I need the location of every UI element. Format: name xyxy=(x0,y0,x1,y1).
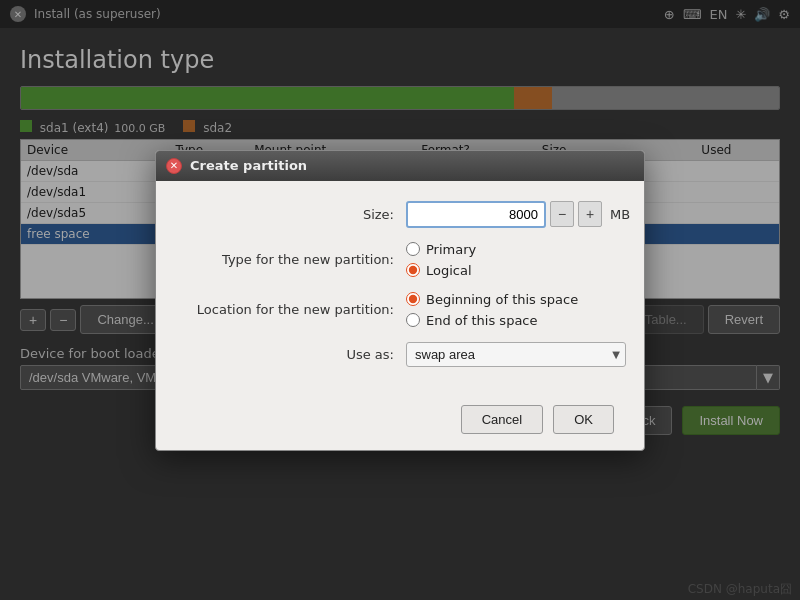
size-label: Size: xyxy=(186,207,406,222)
modal-titlebar: ✕ Create partition xyxy=(156,151,644,181)
type-radio-group: Primary Logical xyxy=(406,242,476,278)
type-label: Type for the new partition: xyxy=(186,252,406,267)
useas-row: Use as: swap areaext4ext3ext2btrfsxfsfat… xyxy=(186,342,614,367)
modal-title: Create partition xyxy=(190,158,307,173)
location-row: Location for the new partition: Beginnin… xyxy=(186,292,614,328)
ok-button[interactable]: OK xyxy=(553,405,614,434)
modal-footer: Cancel OK xyxy=(156,397,644,450)
location-beginning-radio[interactable] xyxy=(406,292,420,306)
size-input[interactable] xyxy=(406,201,546,228)
location-end-label: End of this space xyxy=(426,313,538,328)
type-logical-radio[interactable] xyxy=(406,263,420,277)
type-logical-option[interactable]: Logical xyxy=(406,263,476,278)
cancel-button[interactable]: Cancel xyxy=(461,405,543,434)
useas-dropdown-wrapper: swap areaext4ext3ext2btrfsxfsfat32do not… xyxy=(406,342,626,367)
create-partition-modal: ✕ Create partition Size: − + MB Type for… xyxy=(155,150,645,451)
type-primary-radio[interactable] xyxy=(406,242,420,256)
location-radio-group: Beginning of this space End of this spac… xyxy=(406,292,578,328)
type-primary-label: Primary xyxy=(426,242,476,257)
type-primary-option[interactable]: Primary xyxy=(406,242,476,257)
location-beginning-label: Beginning of this space xyxy=(426,292,578,307)
modal-overlay: ✕ Create partition Size: − + MB Type for… xyxy=(0,0,800,600)
size-increase-button[interactable]: + xyxy=(578,201,602,227)
size-unit-label: MB xyxy=(610,207,630,222)
size-decrease-button[interactable]: − xyxy=(550,201,574,227)
modal-close-button[interactable]: ✕ xyxy=(166,158,182,174)
size-control-group: − + MB xyxy=(406,201,630,228)
type-row: Type for the new partition: Primary Logi… xyxy=(186,242,614,278)
useas-select[interactable]: swap areaext4ext3ext2btrfsxfsfat32do not… xyxy=(406,342,626,367)
location-beginning-option[interactable]: Beginning of this space xyxy=(406,292,578,307)
useas-label: Use as: xyxy=(186,347,406,362)
location-label: Location for the new partition: xyxy=(186,302,406,317)
location-end-radio[interactable] xyxy=(406,313,420,327)
type-logical-label: Logical xyxy=(426,263,472,278)
modal-body: Size: − + MB Type for the new partition:… xyxy=(156,181,644,397)
size-row: Size: − + MB xyxy=(186,201,614,228)
location-end-option[interactable]: End of this space xyxy=(406,313,578,328)
